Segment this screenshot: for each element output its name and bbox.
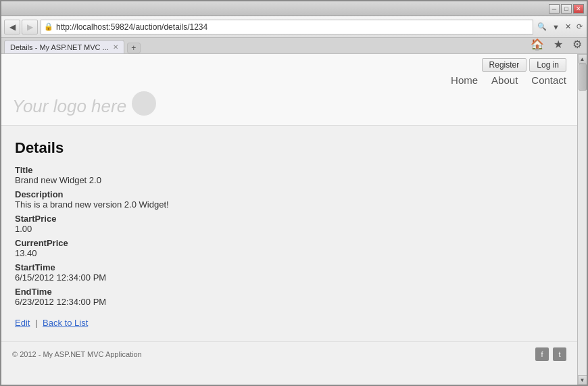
maximize-button[interactable]: □ — [561, 4, 572, 14]
scroll-down-arrow[interactable]: ▼ — [578, 375, 587, 385]
lock-icon: 🔒 — [44, 22, 53, 31]
favorites-icon[interactable]: ★ — [552, 38, 565, 51]
browser-frame: ─ □ ✕ ◀ ▶ 🔒 http://localhost:59824/aucti… — [0, 0, 588, 386]
content-area: Register Log in Home About Contact Your … — [1, 54, 587, 385]
currentprice-value: 13.40 — [15, 248, 564, 258]
reload-icon[interactable]: ✕ — [564, 22, 572, 31]
title-label: Title — [15, 165, 564, 175]
title-bar: ─ □ ✕ — [1, 1, 587, 16]
go-icon[interactable]: ⟳ — [575, 22, 584, 31]
tab-bar: Details - My ASP.NET MVC ... ✕ + 🏠 ★ ⚙ — [1, 38, 587, 54]
address-text: http://localhost:59824/auction/details/1… — [56, 22, 207, 32]
back-to-list-link[interactable]: Back to List — [43, 318, 88, 328]
logo-circle — [132, 91, 156, 116]
action-links: Edit | Back to List — [15, 318, 564, 328]
endtime-label: EndTime — [15, 287, 564, 297]
starttime-label: StartTime — [15, 262, 564, 272]
tab-label: Details - My ASP.NET MVC ... — [10, 43, 109, 51]
nav-action-icons: 🔍 ▼ ✕ ⟳ — [536, 22, 584, 31]
header-top: Register Log in — [12, 58, 566, 72]
starttime-value: 6/15/2012 12:34:00 PM — [15, 272, 564, 283]
edit-link[interactable]: Edit — [15, 318, 30, 328]
copyright-text: © 2012 - My ASP.NET MVC Application — [12, 350, 142, 358]
facebook-icon[interactable]: f — [535, 347, 549, 361]
main-content: Details Title Brand new Widget 2.0 Descr… — [1, 126, 577, 341]
startprice-label: StartPrice — [15, 214, 564, 224]
navigation-bar: ◀ ▶ 🔒 http://localhost:59824/auction/det… — [1, 16, 587, 38]
logo-text: Your logo here — [12, 96, 126, 117]
forward-button[interactable]: ▶ — [22, 20, 38, 34]
login-button[interactable]: Log in — [529, 58, 566, 72]
app-footer: © 2012 - My ASP.NET MVC Application f t — [1, 341, 577, 366]
tumblr-icon[interactable]: t — [553, 347, 566, 361]
nav-contact[interactable]: Contact — [531, 74, 566, 86]
close-button[interactable]: ✕ — [573, 4, 584, 14]
endtime-value: 6/23/2012 12:34:00 PM — [15, 297, 564, 307]
app-header: Register Log in Home About Contact — [1, 54, 577, 86]
refresh-icon[interactable]: ▼ — [551, 23, 561, 31]
link-separator: | — [35, 318, 37, 328]
home-icon[interactable]: 🏠 — [529, 38, 546, 51]
tab-close-icon[interactable]: ✕ — [113, 43, 118, 51]
register-button[interactable]: Register — [482, 58, 527, 72]
active-tab[interactable]: Details - My ASP.NET MVC ... ✕ — [4, 40, 124, 53]
page-content: Register Log in Home About Contact Your … — [1, 54, 577, 385]
scroll-thumb[interactable] — [579, 64, 587, 91]
logo-section: Your logo here — [1, 86, 577, 126]
details-fields: Title Brand new Widget 2.0 Description T… — [15, 165, 564, 307]
scrollbar[interactable]: ▲ ▼ — [577, 54, 587, 385]
nav-about[interactable]: About — [491, 74, 518, 86]
nav-home[interactable]: Home — [451, 74, 478, 86]
currentprice-label: CurrentPrice — [15, 238, 564, 248]
startprice-value: 1.00 — [15, 224, 564, 234]
description-label: Description — [15, 189, 564, 199]
description-value: This is a brand new version 2.0 Widget! — [15, 199, 564, 210]
social-icons: f t — [535, 347, 566, 361]
scroll-up-arrow[interactable]: ▲ — [578, 54, 587, 64]
address-bar[interactable]: 🔒 http://localhost:59824/auction/details… — [41, 20, 533, 34]
settings-icon[interactable]: ⚙ — [570, 38, 584, 51]
title-value: Brand new Widget 2.0 — [15, 175, 564, 185]
scroll-track[interactable] — [578, 64, 587, 375]
minimize-button[interactable]: ─ — [549, 4, 560, 14]
new-tab-button[interactable]: + — [127, 43, 141, 53]
window-controls: ─ □ ✕ — [549, 4, 584, 14]
search-icon[interactable]: 🔍 — [536, 22, 548, 31]
nav-links: Home About Contact — [12, 74, 566, 86]
back-button[interactable]: ◀ — [4, 20, 20, 34]
page-title: Details — [15, 139, 564, 157]
